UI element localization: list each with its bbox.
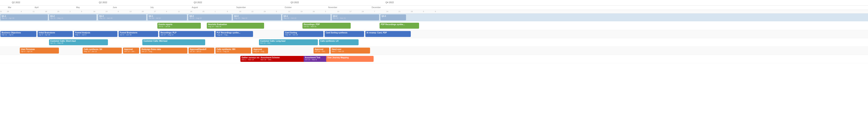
month-label-jun: June [113, 6, 117, 8]
task-row-3: Customer Calls: Short-haul Apr 21 – May … [0, 38, 868, 47]
task-recordings-plp[interactable]: Recordings: PLP Jun 27 – Aug 14 [159, 31, 214, 37]
sprint-q1-1: Q1-1 Mar 21 – Apr 20 [0, 14, 48, 21]
task-calls-synthesis-sh[interactable]: Calls synthesis: SH May 10 – Jun 11 [83, 48, 122, 53]
task-approval-3[interactable]: Approval Oct 26 – Oct... [313, 48, 329, 53]
task-approval-2[interactable]: Approval Aug 16 – Aug... [252, 48, 268, 53]
sprint-row: Q1-1 Mar 21 – Apr 20 Q1-2 Apr 21 – May 2… [0, 13, 868, 22]
sprint-q3-2: Q3-2 Oct 23 – Nov 21 [332, 14, 379, 21]
month-label-aug: August [192, 6, 198, 8]
quarter-header-row: Q2 2022 Q2 2022 Q3 2022 Q3 2022 Q4 2022 [0, 0, 868, 5]
day-number-row: 21 28 4 11 18 25 2 9 16 23 6 13 20 27 4 … [0, 10, 868, 13]
sprint-q2-2: Q2-2 Jul 25 – Aug 22 [188, 14, 232, 21]
task-customer-calls-long-haul[interactable]: Customer Calls: Long-haul Oct 13 – Oct..… [259, 39, 318, 45]
month-label-apr: April [35, 6, 38, 8]
month-label-mar: Mar [8, 6, 11, 8]
task-redesign-rules-tabs[interactable]: Redesign Rules tabs Jun 27 – Aug... [141, 48, 187, 53]
month-label-jul: July [150, 6, 154, 8]
task-user-personas[interactable]: User Personas Apr 4 – Apr 24 [20, 48, 59, 53]
quarter-label-q3-left: Q3 2022 [194, 1, 202, 4]
task-row-1: Events reports Jul 01 – Jul 29 Heuristic… [0, 22, 868, 30]
task-card-sorting[interactable]: Card Sorting Sep 28 – Oct 19 [284, 31, 323, 37]
task-card-sorting-synthesis[interactable]: Card Sorting synthesis [324, 31, 364, 37]
task-row-5: Gather surveys results Nov 1 – Nov 14 As… [0, 55, 868, 63]
task-customer-calls-short-haul[interactable]: Customer Calls: Short-haul Apr 21 – May … [49, 39, 108, 45]
task-approval-handoff[interactable]: Approval/Handoff Jul 18 – Jul 21 [189, 48, 214, 53]
task-plf-recordings-synthe[interactable]: PLF Recordings synthe... Aug 16 – Aug... [215, 31, 253, 37]
sprint-q2-1: Q2-1 Jun 30 – Jul 22 [148, 14, 187, 21]
task-customer-calls-mid-haul[interactable]: Customer Calls: Mid-haul [142, 39, 205, 45]
quarter-label-q2-left: Q2 2022 [12, 1, 20, 4]
month-label-dec: December [372, 6, 381, 8]
sprint-q1-2: Q1-2 Apr 21 – May 21 [49, 14, 96, 21]
task-user-journey-mapping[interactable]: User Journey Mapping [326, 56, 374, 62]
task-pdp-recordings-synthe[interactable]: PDP Recordings synthe... [379, 23, 419, 29]
sprint-q3-3: Q3-3 [380, 14, 406, 21]
task-calls-synthesis-lh[interactable]: Calls synthesis: LH [319, 39, 359, 45]
month-label-nov: November [328, 6, 337, 8]
task-ia-revamp[interactable]: IA revamp: Card, PDP [365, 31, 411, 37]
task-funnel-analysis[interactable]: Funnel Analysis May 1 – Jun 4 [74, 31, 117, 37]
task-row-2: Business Objectives Mar 21 – Apr 8 Initi… [0, 30, 868, 38]
task-recordings-pdp[interactable]: Recordings: PDP Oct 01 – Nov 01 [303, 23, 351, 29]
task-initial-brainstorm[interactable]: Initial Brainstorm Apr 9 – Apr 30 [37, 31, 73, 37]
quarter-label-q2-center: Q2 2022 [99, 1, 107, 4]
sprint-q2-3: Q2-3 Aug 23 – Sep 22 [233, 14, 281, 21]
task-business-objectives[interactable]: Business Objectives Mar 21 – Apr 8 [0, 31, 36, 37]
sprint-q3-1: Q3-1 Sep 23 – Oct 22 [282, 14, 331, 21]
timeline-container: Q2 2022 Q2 2022 Q3 2022 Q3 2022 Q4 2022 … [0, 0, 868, 63]
sprint-q1-3: Q1-3 May 22 – Jun 29 [98, 14, 146, 21]
month-label-may: May [76, 6, 80, 8]
task-heuristic-evaluation[interactable]: Heuristic Evaluation Aug 14 – Sep 16 [207, 23, 264, 29]
task-events-reports[interactable]: Events reports Jul 01 – Jul 29 [157, 23, 201, 29]
quarter-label-q4: Q4 2022 [385, 1, 394, 4]
month-label-oct: October [285, 6, 292, 8]
task-calls-synthesis-mh[interactable]: Calls synthesis: MH Jul 21 – Aug 16 [215, 48, 251, 53]
month-header-row: Mar April May June July August September… [0, 5, 868, 10]
task-hand-over[interactable]: Hand over Nov 7 – Nov 25 [331, 48, 370, 53]
month-label-sep: September [236, 6, 246, 8]
task-row-4: User Personas Apr 4 – Apr 24 Calls synth… [0, 47, 868, 55]
quarter-label-q3-right: Q3 2022 [290, 1, 299, 4]
task-approval-1[interactable]: Approval Jun 13 – Jun... [123, 48, 139, 53]
task-funnel-brainstorm[interactable]: Funnel Brainstorm Jun 6 – Jun 30 [119, 31, 158, 37]
